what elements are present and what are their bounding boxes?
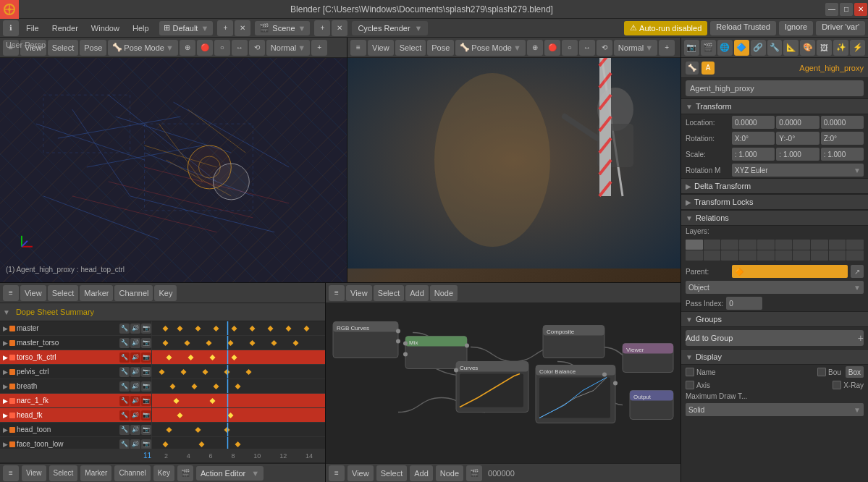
ds-restrict-icon-3[interactable]: 🔊 [130,352,140,363]
layer-16[interactable] [775,250,793,261]
props-physics-icon[interactable]: ⚡ [850,40,865,56]
layer-20[interactable] [846,250,864,261]
maximize-button[interactable]: □ [840,3,853,16]
proportional-icon-r[interactable]: ○ [562,40,578,56]
ds-eye-icon-2[interactable]: 📷 [141,338,151,348]
select-menu-btn-r[interactable]: Select [395,40,426,56]
normal-selector[interactable]: Normal ▼ [266,40,310,56]
mode-selector-r[interactable]: 🦴 Pose Mode ▼ [455,40,526,56]
relations-section-header[interactable]: ▼ Relations [681,210,868,226]
groups-section-header[interactable]: ▼ Groups [681,311,868,327]
rotation-mode-value[interactable]: XYZ Euler ▼ [732,164,864,177]
layer-18[interactable] [811,250,828,261]
box-button[interactable]: Box [846,366,864,378]
minimize-button[interactable]: — [825,3,838,16]
ds-eye-icon[interactable]: 📷 [141,324,151,334]
ds-select-btn-b[interactable]: Select [49,465,78,481]
transform-icon-r[interactable]: ↔ [579,40,595,56]
pivot-icon-r[interactable]: ⊕ [527,40,543,56]
ds-restrict-icon-4[interactable]: 🔊 [130,367,140,377]
props-render-icon[interactable]: 📷 [684,40,699,56]
ne-bottom-menu-icon[interactable]: ≡ [329,465,345,481]
ds-select-btn[interactable]: Select [48,285,79,301]
ne-add-btn[interactable]: Add [405,285,429,301]
ignore-button[interactable]: Ignore [779,21,813,35]
layer-1[interactable] [686,240,703,250]
ds-marker-btn[interactable]: Marker [80,285,113,301]
ds-mute-icon-7[interactable]: 🔧 [119,410,130,420]
ds-mute-icon[interactable]: 🔧 [119,324,130,334]
ds-eye-icon-6[interactable]: 📷 [141,396,151,406]
pass-index-value[interactable]: 0 [726,297,762,310]
snap-icon-r[interactable]: 🔴 [544,40,560,56]
props-modifiers-icon[interactable]: 🔧 [767,40,783,56]
loc-z-value[interactable]: 0.0000 [821,116,864,129]
select-menu-btn[interactable]: Select [48,40,79,56]
layer-2[interactable] [704,240,721,250]
ds-eye-icon-8[interactable]: 📷 [141,425,151,435]
ds-restrict-icon-6[interactable]: 🔊 [130,396,140,406]
viewport-render[interactable]: ≡ View Select Pose 🦴 Pose Mode ▼ ⊕ 🔴 ○ ↔ [347,38,681,282]
ds-key-btn-b[interactable]: Key [153,465,174,481]
node-canvas[interactable]: RGB Curves Mix Curves [326,303,681,463]
ds-eye-icon-9[interactable]: 📷 [141,439,151,449]
ds-row-master-torso[interactable]: ▶ master_torso 🔧 🔊 📷 [0,336,325,350]
layer-8[interactable] [811,240,828,250]
ds-mute-icon-6[interactable]: 🔧 [119,396,130,406]
help-menu[interactable]: Help [127,22,155,34]
add-scene-icon[interactable]: + [314,20,330,36]
ne-menu-icon[interactable]: ≡ [329,285,345,301]
viewport-expand-icon[interactable]: + [311,40,327,56]
layer-6[interactable] [775,240,793,250]
viewport-right-menu-icon[interactable]: ≡ [350,40,366,56]
ds-row-head-toon[interactable]: ▶ head_toon 🔧 🔊 📷 [0,423,325,437]
ds-bottom-menu-icon[interactable]: ≡ [3,465,19,481]
scale-z-value[interactable]: : 1.000 [821,148,864,161]
ds-row-breath[interactable]: ▶ breath 🔧 🔊 📷 [0,379,325,394]
display-section-header[interactable]: ▼ Display [681,349,868,365]
file-menu[interactable]: File [20,22,45,34]
ne-view-btn[interactable]: View [346,285,372,301]
ds-marker-btn-b[interactable]: Marker [80,465,111,481]
remove-workspace-icon[interactable]: ✕ [235,20,250,36]
ds-row-master[interactable]: ▶ master 🔧 🔊 📷 [0,321,325,336]
props-data-icon[interactable]: 📐 [783,40,799,56]
ds-restrict-icon-2[interactable]: 🔊 [130,338,140,348]
ne-select-btn-b[interactable]: Select [376,465,408,481]
pose-menu-btn-r[interactable]: Pose [427,40,454,56]
layer-11[interactable] [686,250,703,261]
layer-3[interactable] [721,240,738,250]
node-editor[interactable]: ≡ View Select Add Node [326,282,681,482]
transform-section-header[interactable]: ▼ Transform [681,98,868,114]
props-material-icon[interactable]: 🎨 [800,40,815,56]
snap-icon[interactable]: 🔴 [197,40,213,56]
viewport-right-expand-icon[interactable]: + [659,40,675,56]
layer-7[interactable] [793,240,810,250]
layer-5[interactable] [757,240,775,250]
parent-link-icon[interactable]: ↗ [851,265,864,278]
dope-sheet[interactable]: ≡ View Select Marker Channel Key ▼ Dope … [0,282,326,482]
ds-channel-btn-b[interactable]: Channel [114,465,150,481]
props-constraints-icon[interactable]: 🔗 [751,40,766,56]
ne-scene-icon[interactable]: 🎬 [466,465,482,481]
ne-node-btn-b[interactable]: Node [436,465,463,481]
ds-key-btn[interactable]: Key [154,285,177,301]
rot-x-value[interactable]: X: 0° [732,132,775,145]
ds-restrict-icon-7[interactable]: 🔊 [130,410,140,420]
rot-z-value[interactable]: Z: 0° [821,132,864,145]
render-menu[interactable]: Render [46,22,84,34]
view-menu-btn-r[interactable]: View [368,40,394,56]
props-world-icon[interactable]: 🌐 [717,40,733,56]
ne-node-btn[interactable]: Node [430,285,458,301]
reload-trusted-button[interactable]: Reload Trusted [710,21,776,35]
pivot-icon[interactable]: ⊕ [180,40,195,56]
ds-row-head-fk[interactable]: ▶ head_fk 🔧 🔊 📷 [0,408,325,423]
ds-mute-icon-8[interactable]: 🔧 [119,425,130,435]
add-workspace-icon[interactable]: + [217,20,233,36]
rot-y-value[interactable]: Y: -0° [776,132,819,145]
layer-12[interactable] [704,250,721,261]
ds-mute-icon-2[interactable]: 🔧 [119,338,130,348]
ds-restrict-icon[interactable]: 🔊 [130,324,140,334]
driver-var-button[interactable]: Driver 'var' [816,21,865,35]
ds-row-torso-fk[interactable]: ▶ torso_fk_ctrl 🔧 🔊 📷 [0,350,325,365]
